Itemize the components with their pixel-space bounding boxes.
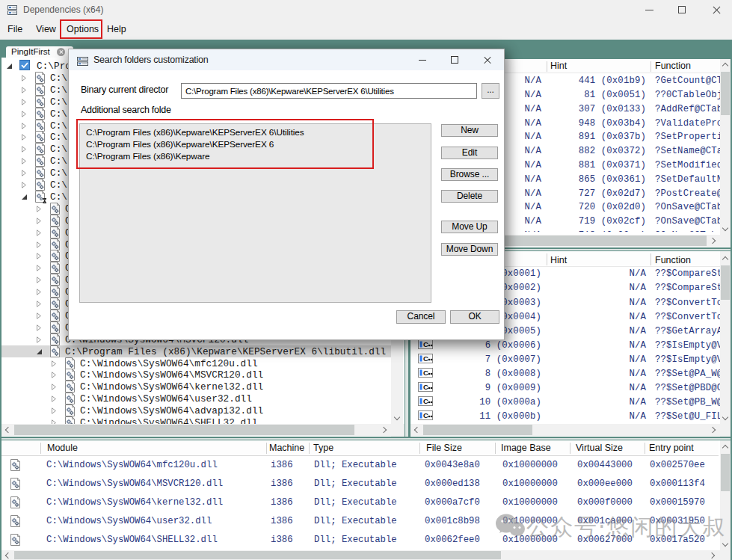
column-header-type[interactable]: Type — [313, 443, 333, 453]
browse-ellipsis-button[interactable]: ... — [482, 83, 499, 99]
ordinal-cell: N/A — [524, 202, 541, 212]
menu-item-help[interactable]: Help — [100, 20, 133, 40]
module-gears-icon — [65, 357, 75, 369]
tree-row[interactable]: C:\Windows\SysWOW64\kernel32.dll — [1, 381, 391, 393]
function-cell: ?GetCount@CT — [655, 76, 720, 86]
tree-row[interactable]: C:\Windows\SysWOW64\user32.dll — [1, 393, 391, 404]
app-icon — [7, 4, 17, 19]
collapse-triangle-icon[interactable] — [36, 348, 43, 355]
column-header-hint[interactable]: Hint — [550, 61, 567, 71]
expand-triangle-icon[interactable] — [36, 265, 42, 271]
column-header-function[interactable]: Function — [655, 255, 691, 265]
cancel-button[interactable]: Cancel — [396, 310, 446, 324]
move-up-button[interactable]: Move Up — [441, 221, 498, 233]
expand-triangle-icon[interactable] — [51, 360, 57, 366]
expand-triangle-icon[interactable] — [36, 277, 42, 283]
expand-triangle-icon[interactable] — [36, 241, 42, 247]
expand-triangle-icon[interactable] — [36, 230, 42, 236]
ok-button[interactable]: OK — [450, 310, 499, 324]
delete-button[interactable]: Delete — [441, 190, 498, 203]
column-header-image-base[interactable]: Image Base — [501, 443, 551, 453]
collapse-triangle-icon[interactable] — [6, 63, 13, 70]
list-row[interactable]: C 11 (0x000b) N/A ??$Set@U_FIL — [410, 410, 720, 424]
tree-row[interactable]: C:\Program Files (x86)\Kepware\KEPServer… — [1, 345, 391, 357]
expand-triangle-icon[interactable] — [21, 75, 27, 81]
function-cell: ??$Set@PBD@C — [655, 383, 720, 393]
list-row[interactable]: C 6 (0x0006) N/A ??$IsEmpty@V — [410, 339, 720, 353]
tree-row[interactable]: C:\Windows\SysWOW64\advapi32.dll — [1, 404, 391, 416]
expand-triangle-icon[interactable] — [51, 396, 57, 401]
expand-triangle-icon[interactable] — [36, 206, 42, 212]
edit-button[interactable]: Edit — [441, 147, 498, 159]
imports-vertical-scrollbar[interactable] — [720, 59, 731, 235]
hint-cell: 719 (0x02cf) — [579, 216, 646, 227]
browse-button[interactable]: Browse ... — [441, 168, 498, 181]
column-header-virtual-size[interactable]: Virtual Size — [576, 443, 623, 453]
expand-triangle-icon[interactable] — [51, 384, 57, 390]
column-header-module[interactable]: Module — [47, 443, 78, 453]
maximize-icon[interactable] — [665, 0, 698, 20]
new-button[interactable]: New — [441, 124, 498, 137]
menu-item-view[interactable]: View — [29, 20, 63, 40]
list-row[interactable]: C 7 (0x0007) N/A ??$IsEmpty@V — [410, 353, 720, 367]
module-gears-icon — [50, 333, 60, 345]
expand-triangle-icon[interactable] — [21, 182, 27, 188]
tree-row[interactable]: C:\Windows\SysWOW64\mfc120u.dll — [1, 357, 391, 369]
modules-horizontal-scrollbar[interactable] — [1, 550, 720, 560]
menu-item-file[interactable]: File — [1, 20, 29, 40]
expand-triangle-icon[interactable] — [21, 99, 27, 105]
module-row[interactable]: C:\Windows\SysWOW64\kernel32.dlli386Dll;… — [1, 493, 719, 512]
dialog-minimize-icon[interactable] — [407, 49, 437, 70]
expand-triangle-icon[interactable] — [51, 372, 57, 378]
machine-cell: i386 — [271, 479, 293, 489]
expand-triangle-icon[interactable] — [21, 158, 27, 164]
move-down-button[interactable]: Move Down — [441, 243, 498, 256]
column-header-function[interactable]: Function — [655, 61, 691, 71]
expand-triangle-icon[interactable] — [21, 170, 27, 176]
dialog-close-icon[interactable] — [473, 49, 502, 70]
minimize-icon[interactable] — [633, 0, 665, 20]
expand-triangle-icon[interactable] — [36, 301, 42, 307]
module-row[interactable]: C:\Windows\SysWOW64\MSVCR120.dlli386Dll;… — [1, 475, 719, 493]
expand-triangle-icon[interactable] — [36, 336, 42, 342]
tree-row[interactable]: C:\Windows\SysWOW64\SHELL32.dll — [1, 416, 391, 424]
dialog-maximize-icon[interactable] — [440, 49, 470, 70]
expand-triangle-icon[interactable] — [21, 146, 27, 152]
bottom-splitter[interactable] — [1, 438, 731, 440]
tab-pingitfirst[interactable]: PingItFirst — [6, 46, 73, 58]
exports-horizontal-scrollbar[interactable] — [410, 424, 720, 436]
function-cell: ?AddRef@CTab — [655, 104, 720, 114]
tab-close-icon[interactable] — [57, 48, 65, 56]
binary-current-directory-input[interactable]: C:\Program Files (x86)\Kepware\KEPServer… — [181, 83, 477, 99]
exports-vertical-scrollbar[interactable] — [720, 251, 731, 424]
hint-cell: 881 (0x0371) — [579, 160, 646, 170]
column-header-machine[interactable]: Machine — [269, 443, 304, 453]
column-header-file-size[interactable]: File Size — [426, 443, 462, 453]
tree-row[interactable]: C:\Windows\SysWOW64\MSVCR120.dll — [1, 369, 391, 381]
function-cell: ?SetProperti — [655, 132, 720, 142]
list-row[interactable]: C 9 (0x0009) N/A ??$Set@PBD@C — [410, 381, 720, 396]
expand-triangle-icon[interactable] — [36, 324, 42, 330]
expand-triangle-icon[interactable] — [51, 407, 57, 413]
list-row[interactable]: C 10 (0x000a) N/A ??$Set@PB_W@ — [410, 396, 720, 410]
collapse-triangle-icon[interactable] — [21, 194, 28, 200]
expand-triangle-icon[interactable] — [36, 253, 42, 259]
expand-triangle-icon[interactable] — [21, 87, 27, 93]
expand-triangle-icon[interactable] — [36, 218, 42, 224]
function-cell: ?PostCreate@ — [655, 188, 720, 199]
expand-triangle-icon[interactable] — [21, 123, 27, 129]
listbox-annotation-rectangle — [76, 119, 374, 169]
expand-triangle-icon[interactable] — [21, 134, 27, 140]
expand-triangle-icon[interactable] — [36, 313, 42, 319]
hint-cell: N/A — [629, 340, 646, 351]
close-icon[interactable] — [700, 0, 732, 20]
expand-triangle-icon[interactable] — [21, 111, 27, 117]
column-header-hint[interactable]: Hint — [550, 255, 567, 265]
function-cell: ??$Set@PB_W@ — [655, 397, 720, 407]
module-gears-icon — [65, 369, 75, 381]
list-row[interactable]: C 8 (0x0008) N/A ??$Set@PA_W@ — [410, 367, 720, 381]
module-row[interactable]: C:\Windows\SysWOW64\mfc120u.dlli386Dll; … — [1, 456, 719, 475]
tree-horizontal-scrollbar[interactable] — [1, 424, 391, 436]
expand-triangle-icon[interactable] — [36, 289, 42, 295]
column-header-entry-point[interactable]: Entry point — [649, 443, 694, 453]
